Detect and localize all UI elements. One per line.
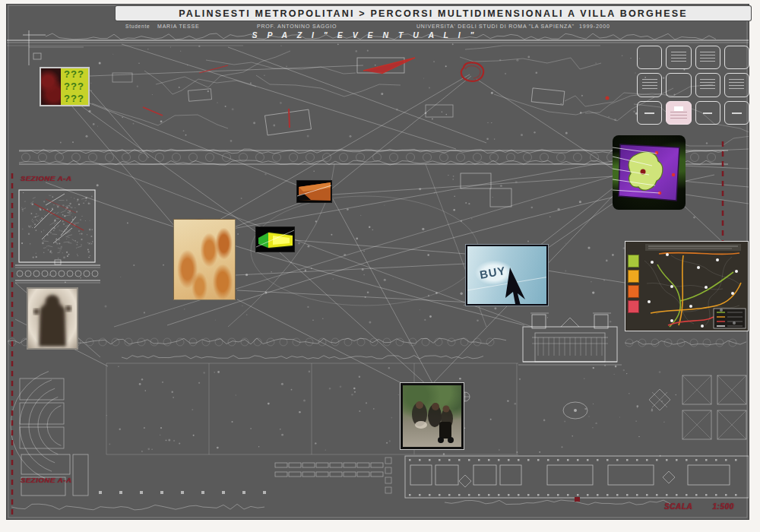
index-cell-highlighted [666, 101, 691, 125]
title-band: PALINSESTI METROPOLITANI > PERCORSI MULT… [116, 6, 751, 21]
corridor-shape [256, 227, 294, 252]
ghost-figure-photo [27, 287, 78, 350]
scale-label: SCALA [664, 502, 692, 511]
index-cell [666, 73, 691, 97]
question-marks-panel: ??? ??? ??? [61, 68, 88, 105]
route-map-drawing [625, 242, 748, 331]
index-cell [637, 101, 662, 125]
scale-value: 1:500 [712, 502, 734, 511]
academic-years: 1999-2000 [579, 24, 610, 29]
index-cell [695, 101, 720, 125]
student-name: MARIA TESSE [157, 24, 199, 29]
university-name: UNIVERSITA' DEGLI STUDI DI ROMA "LA SAPI… [416, 24, 575, 29]
cursor-arrow-icon [467, 246, 548, 306]
poster-subtitle: S P A Z I " E V E N T U A L I " [190, 30, 540, 40]
index-cell [724, 101, 749, 125]
index-cell [666, 46, 691, 69]
index-cell [637, 73, 662, 97]
legend-swatch [628, 300, 639, 313]
route-map-legend [628, 255, 639, 313]
legend-swatch [628, 255, 639, 268]
orange-corridor-render [296, 180, 332, 203]
student-label: Studente [125, 24, 150, 29]
index-cell [695, 46, 720, 69]
legend-swatch [628, 285, 639, 298]
poster-title: PALINSESTI METROPOLITANI > PERCORSI MULT… [179, 8, 688, 19]
corridor-shape [297, 181, 331, 202]
index-cell [724, 46, 749, 69]
index-cell [637, 46, 662, 69]
question-marks-inset: ??? ??? ??? [40, 67, 90, 106]
legend-swatch [628, 270, 639, 283]
thermal-screen-drawing [613, 135, 686, 210]
route-analysis-map [625, 241, 749, 331]
scanned-poster-page: PALINSESTI METROPOLITANI > PERCORSI MULT… [0, 0, 760, 532]
thermal-map-screen [613, 135, 686, 210]
red-texture-image [41, 68, 61, 105]
professor-name: PROF. ANTONINO SAGGIO [257, 24, 337, 29]
park-bench-photo [401, 383, 464, 449]
figures-drawing [403, 385, 461, 447]
board-index-grid [637, 46, 749, 125]
index-cell [695, 73, 720, 97]
index-cell [724, 73, 749, 97]
section-label-top: SEZIONE A-A [21, 174, 71, 182]
question-row: ??? [64, 81, 88, 93]
green-corridor-render [255, 226, 295, 252]
silhouette-drawing [28, 289, 77, 348]
question-row: ??? [64, 68, 88, 81]
section-label-bottom: SEZIONE A-A [21, 476, 71, 484]
reaching-hands-photo [173, 219, 236, 300]
question-row: ??? [64, 93, 88, 105]
buy-button-photo: BUY [466, 245, 548, 306]
scale-note: SCALA1:500 [664, 502, 734, 511]
